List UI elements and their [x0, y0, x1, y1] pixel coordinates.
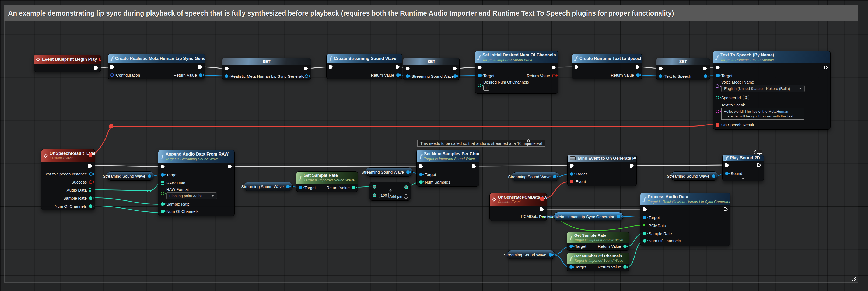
return-value-pin[interactable] — [623, 265, 627, 269]
voice-model-name-pin[interactable] — [716, 84, 719, 88]
getter-streaming-sound-wave[interactable]: Streaming Sound Wave — [365, 168, 413, 177]
node-bind-event-to-on-generate-pcmdata[interactable]: Bind Event to On Generate PCMData Target… — [567, 154, 637, 186]
delegate-pin[interactable] — [89, 153, 92, 157]
sample-rate-pin[interactable] — [643, 232, 646, 235]
sound-pin[interactable] — [725, 172, 728, 175]
divide-value-input[interactable]: 100 — [379, 193, 389, 198]
getter-streaming-sound-wave[interactable]: Streaming Sound Wave — [244, 182, 293, 191]
target-pin[interactable] — [477, 74, 481, 77]
exec-out-pin[interactable] — [552, 66, 556, 69]
add-pin-button[interactable]: Add pin+ — [390, 194, 408, 198]
num-samples-pin[interactable] — [419, 180, 423, 184]
raw-data-array-pin[interactable] — [161, 181, 164, 185]
node-comment-bubble[interactable]: This needs to be called so that audio is… — [417, 140, 545, 147]
variable-out-pin[interactable] — [286, 185, 290, 188]
exec-out-pin[interactable] — [540, 208, 544, 211]
return-value-pin[interactable] — [396, 73, 400, 77]
configuration-pin[interactable] — [111, 73, 114, 77]
return-value-pin[interactable] — [199, 73, 203, 77]
variable-out-pin[interactable] — [704, 74, 707, 78]
variable-in-pin[interactable] — [406, 74, 409, 78]
node-ongeneratepcmdata-event[interactable]: OnGeneratePCMData_Event Custom Event PCM… — [490, 193, 547, 221]
variable-out-pin[interactable] — [305, 74, 308, 78]
exec-in-pin[interactable] — [575, 65, 579, 69]
blueprint-graph[interactable]: An example demonstrating lip sync during… — [0, 0, 868, 291]
divide-output-pin[interactable] — [404, 185, 408, 189]
delegate-pin[interactable] — [540, 197, 544, 201]
speaker-id-pin[interactable] — [716, 96, 719, 100]
variable-out-pin[interactable] — [617, 215, 620, 218]
text-to-speak-input[interactable]: Hello, world! The lips of the MetaHuman … — [721, 108, 804, 119]
node-create-streaming-sound-wave[interactable]: ƒ Create Streaming Sound Wave Return Val… — [326, 54, 403, 79]
exec-out-pin[interactable] — [757, 163, 761, 167]
variable-in-pin[interactable] — [225, 74, 228, 78]
pin-icon[interactable] — [527, 140, 530, 142]
num-channels-pin[interactable] — [161, 210, 164, 213]
event-delegate-pin[interactable] — [570, 180, 574, 183]
sample-rate-pin[interactable] — [89, 196, 92, 200]
exec-out-pin[interactable] — [703, 67, 707, 70]
desired-num-channels-pin[interactable] — [477, 83, 481, 87]
exec-in-pin[interactable] — [406, 67, 410, 70]
exec-in-pin[interactable] — [111, 65, 115, 69]
desired-num-channels-input[interactable]: 1 — [483, 85, 489, 90]
getter-streaming-sound-wave[interactable]: Streaming Sound Wave — [507, 250, 555, 259]
pcmdata-array-pin[interactable] — [643, 224, 646, 227]
exec-out-pin[interactable] — [228, 165, 232, 169]
target-pin[interactable] — [570, 172, 574, 176]
node-get-sample-rate[interactable]: ƒ Get Sample Rate Target is Imported Sou… — [296, 172, 358, 192]
sample-rate-pin[interactable] — [161, 202, 164, 206]
getter-realistic-generator[interactable]: Realistic Meta Human Lip Sync Generator — [554, 212, 623, 221]
variable-in-pin[interactable] — [659, 74, 662, 78]
node-set-streaming-sound-wave[interactable]: SET Streaming Sound Wave — [403, 58, 460, 80]
return-value-pin[interactable] — [352, 186, 355, 189]
return-value-pin[interactable] — [552, 74, 556, 77]
node-onspeechresult-event[interactable]: OnSpeechResult_Event Custom Event Text t… — [41, 149, 95, 210]
exec-in-pin[interactable] — [643, 208, 647, 211]
variable-out-pin[interactable] — [454, 74, 457, 78]
speech-bubble-icon[interactable] — [527, 143, 530, 145]
reroute-node-delegate[interactable] — [109, 124, 113, 129]
delegate-pin[interactable] — [99, 58, 101, 61]
tts-instance-pin[interactable] — [89, 172, 93, 176]
text-to-speak-pin[interactable] — [716, 110, 719, 113]
raw-format-dropdown[interactable]: Floating point 32-bit — [166, 192, 217, 199]
exec-in-pin[interactable] — [419, 165, 423, 168]
voice-model-dropdown[interactable]: English (United States) - Kokoro (Bella) — [721, 85, 805, 92]
target-pin[interactable] — [419, 173, 423, 176]
variable-out-pin[interactable] — [553, 175, 557, 178]
num-channels-pin[interactable] — [89, 205, 92, 208]
divide-input-b-pin[interactable] — [373, 193, 376, 197]
getter-streaming-sound-wave[interactable]: Streaming Sound Wave — [671, 172, 718, 181]
target-pin[interactable] — [299, 186, 302, 189]
node-set-initial-desired-num-channels[interactable]: ƒ Set Initial Desired Num Of Channels Ta… — [475, 51, 558, 94]
variable-out-pin[interactable] — [148, 174, 151, 178]
reroute-node-array[interactable] — [147, 189, 151, 192]
exec-in-pin[interactable] — [161, 165, 165, 169]
variable-out-pin[interactable] — [712, 174, 715, 178]
raw-format-pin[interactable] — [161, 191, 164, 195]
node-event-begin-play[interactable]: Event Blueprint Begin Play — [34, 54, 101, 72]
exec-in-pin[interactable] — [477, 66, 482, 69]
exec-out-pin[interactable] — [453, 67, 457, 70]
node-set-realistic-generator[interactable]: SET Realistic Meta Human Lip Sync Genera… — [222, 58, 311, 80]
target-pin[interactable] — [569, 245, 573, 248]
node-get-sample-rate-bottom[interactable]: ƒ Get Sample Rate Target is Imported Sou… — [567, 232, 629, 251]
target-pin[interactable] — [569, 265, 573, 269]
node-play-sound-2d[interactable]: ƒ Play Sound 2D Sound — [722, 154, 764, 181]
target-pin[interactable] — [716, 74, 719, 77]
node-process-audio-data[interactable]: ƒ Process Audio Data Target is Realistic… — [640, 193, 731, 246]
exec-out-pin[interactable] — [304, 67, 308, 70]
exec-out-pin[interactable] — [630, 164, 634, 168]
node-divide[interactable]: 100 ÷ Add pin+ — [369, 182, 411, 201]
exec-out-pin[interactable] — [396, 65, 400, 69]
return-value-pin[interactable] — [623, 245, 627, 248]
node-append-audio-data-from-raw[interactable]: ƒ Append Audio Data From RAW Target is S… — [158, 150, 235, 216]
speaker-id-input[interactable]: 0 — [743, 95, 749, 100]
exec-in-pin[interactable] — [225, 67, 229, 70]
exec-out-pin[interactable] — [724, 208, 728, 211]
variable-out-pin[interactable] — [549, 253, 552, 257]
node-create-runtime-tts[interactable]: ƒ Create Runtime Text to Speech Return V… — [572, 54, 642, 79]
exec-in-pin[interactable] — [329, 65, 333, 69]
getter-streaming-sound-wave[interactable]: Streaming Sound Wave — [106, 172, 154, 181]
